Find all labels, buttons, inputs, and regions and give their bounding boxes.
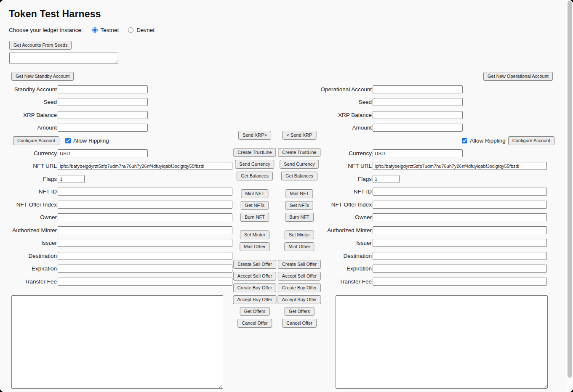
operational-seed-input[interactable]: [373, 98, 463, 106]
standby-accept-sell-offer-button[interactable]: Accept Sell Offer: [233, 272, 276, 281]
operational-nft-id-label: NFT ID: [295, 188, 372, 196]
operational-xrp-balance-label: XRP Balance: [295, 111, 372, 119]
standby-mint-nft-button[interactable]: Mint NFT: [241, 189, 268, 198]
standby-authorized-minter-label: Authorized Minter: [0, 226, 57, 234]
operational-xrp-balance-input[interactable]: [373, 111, 463, 119]
operational-allow-rippling-label: Allow Rippling: [470, 138, 506, 144]
standby-send-xrp-button[interactable]: Send XRP>: [238, 131, 271, 140]
operational-allow-rippling-checkbox[interactable]: [462, 138, 467, 143]
operational-flags-input[interactable]: [373, 175, 400, 183]
standby-account-input[interactable]: [58, 85, 148, 93]
standby-currency-label: Currency: [0, 149, 57, 157]
operational-issuer-input[interactable]: [373, 239, 547, 247]
operational-expiration-label: Expiration: [295, 265, 372, 273]
standby-cancel-offer-button[interactable]: Cancel Offer: [237, 319, 272, 328]
operational-nft-id-input[interactable]: [373, 188, 547, 196]
operational-amount-label: Amount: [295, 124, 372, 132]
devnet-radio[interactable]: [128, 27, 133, 33]
operational-configure-row: Allow Rippling Configure Account: [462, 136, 554, 145]
standby-nft-offer-index-label: NFT Offer Index: [0, 201, 57, 209]
standby-expiration-label: Expiration: [0, 265, 57, 273]
operational-authorized-minter-input[interactable]: [373, 226, 547, 234]
standby-send-currency-button[interactable]: Send Currency: [235, 160, 274, 169]
standby-create-sell-offer-button[interactable]: Create Sell Offer: [233, 260, 276, 269]
operational-nft-url-label: NFT URL: [295, 162, 372, 170]
operational-authorized-minter-label: Authorized Minter: [295, 226, 372, 234]
operational-currency-label: Currency: [295, 149, 372, 157]
standby-currency-input[interactable]: [58, 149, 148, 157]
standby-owner-input[interactable]: [58, 213, 232, 221]
standby-destination-label: Destination: [0, 252, 57, 260]
operational-results-textarea[interactable]: [336, 295, 548, 389]
operational-account-input[interactable]: [373, 85, 463, 93]
standby-get-nfts-button[interactable]: Get NFTs: [241, 201, 269, 210]
get-accounts-from-seeds-button[interactable]: Get Accounts From Seeds: [9, 41, 72, 50]
standby-amount-label: Amount: [0, 124, 57, 132]
operational-account-label: Operational Account: [295, 85, 372, 93]
page-scrollbar-track[interactable]: [566, 0, 573, 392]
standby-allow-rippling-checkbox[interactable]: [65, 138, 71, 143]
standby-nft-offer-index-input[interactable]: [58, 201, 232, 209]
standby-destination-input[interactable]: [58, 252, 232, 260]
operational-transfer-fee-input[interactable]: [373, 278, 547, 286]
ledger-instance-prompt: Choose your ledger instance:: [9, 27, 83, 33]
operational-currency-input[interactable]: [373, 149, 463, 157]
operational-send-xrp-button[interactable]: < Send XRP: [283, 131, 317, 140]
standby-nft-url-label: NFT URL: [0, 162, 57, 170]
testnet-radio-label: Testnet: [101, 27, 119, 33]
standby-nft-id-input[interactable]: [58, 188, 232, 196]
operational-expiration-input[interactable]: [373, 265, 547, 273]
ledger-instance-row: Choose your ledger instance: Testnet Dev…: [9, 27, 155, 33]
operational-amount-input[interactable]: [373, 124, 463, 132]
standby-configure-row: Configure Account Allow Rippling: [13, 136, 112, 145]
operational-nft-url-input[interactable]: [373, 162, 547, 170]
standby-nft-url-input[interactable]: [58, 162, 232, 170]
get-new-operational-account-button[interactable]: Get New Operational Account: [483, 72, 553, 81]
operational-seed-label: Seed: [295, 98, 372, 106]
testnet-radio[interactable]: [92, 27, 98, 33]
standby-get-balances-button[interactable]: Get Balances: [237, 172, 273, 180]
operational-cancel-offer-button[interactable]: Cancel Offer: [282, 319, 317, 328]
operational-configure-account-button[interactable]: Configure Account: [508, 136, 554, 145]
standby-expiration-input[interactable]: [58, 265, 232, 273]
seeds-textarea[interactable]: [9, 53, 118, 64]
standby-create-buy-offer-button[interactable]: Create Buy Offer: [233, 283, 276, 292]
operational-nft-offer-index-input[interactable]: [373, 201, 547, 209]
standby-burn-nft-button[interactable]: Burn NFT: [240, 213, 269, 222]
standby-authorized-minter-input[interactable]: [58, 226, 232, 234]
operational-get-offers-button[interactable]: Get Offers: [285, 307, 314, 316]
page-scrollbar-thumb[interactable]: [568, 1, 572, 378]
standby-nft-id-label: NFT ID: [0, 188, 57, 196]
standby-flags-label: Flags: [0, 175, 57, 183]
devnet-radio-option[interactable]: Devnet: [128, 27, 155, 33]
standby-flags-input[interactable]: [58, 175, 85, 183]
operational-issuer-label: Issuer: [295, 239, 372, 247]
standby-issuer-input[interactable]: [58, 239, 232, 247]
devnet-radio-label: Devnet: [136, 27, 155, 33]
standby-xrp-balance-input[interactable]: [58, 111, 148, 119]
standby-amount-input[interactable]: [58, 124, 148, 132]
testnet-radio-option[interactable]: Testnet: [92, 27, 119, 33]
operational-transfer-fee-label: Transfer Fee: [295, 278, 372, 286]
operational-destination-input[interactable]: [373, 252, 547, 260]
operational-nft-offer-index-label: NFT Offer Index: [295, 201, 372, 209]
standby-accept-buy-offer-button[interactable]: Accept Buy Offer: [233, 295, 277, 304]
standby-seed-input[interactable]: [58, 98, 148, 106]
standby-account-label: Standby Account: [0, 85, 57, 93]
standby-mint-other-button[interactable]: Mint Other: [240, 242, 269, 251]
standby-configure-account-button[interactable]: Configure Account: [13, 136, 59, 145]
operational-owner-label: Owner: [295, 213, 372, 221]
standby-owner-label: Owner: [0, 213, 57, 221]
standby-xrp-balance-label: XRP Balance: [0, 111, 57, 119]
standby-create-trustline-button[interactable]: Create TrustLine: [233, 148, 276, 157]
standby-results-textarea[interactable]: [11, 295, 223, 389]
operational-flags-label: Flags: [295, 175, 372, 183]
standby-get-offers-button[interactable]: Get Offers: [240, 307, 270, 316]
get-new-standby-account-button[interactable]: Get New Standby Account: [11, 72, 74, 81]
standby-allow-rippling-label: Allow Rippling: [73, 138, 109, 144]
standby-seed-label: Seed: [0, 98, 57, 106]
operational-accept-buy-offer-button[interactable]: Accept Buy Offer: [278, 295, 321, 304]
standby-transfer-fee-input[interactable]: [58, 278, 232, 286]
operational-owner-input[interactable]: [373, 213, 547, 221]
standby-set-minter-button[interactable]: Set Minter: [240, 230, 269, 239]
